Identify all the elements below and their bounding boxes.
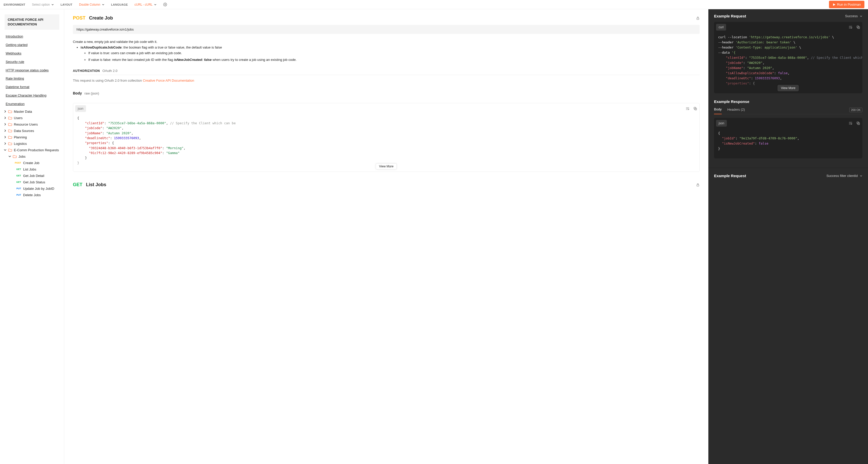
svg-rect-1 [697, 18, 699, 20]
body-code-block: json { "clientId": "75335ce7-b6be-4a5a-8… [73, 103, 700, 172]
wrap-icon[interactable] [848, 121, 852, 125]
request-item[interactable]: GETList Jobs [5, 166, 64, 173]
folder-name: Users [14, 116, 23, 120]
chevron-down-icon [51, 3, 54, 6]
curl-body[interactable]: curl --location 'https://gateway.creativ… [714, 33, 862, 93]
example-request-title: Example Request [714, 14, 746, 18]
nav-link[interactable]: Rate limiting [0, 75, 64, 83]
run-in-postman-button[interactable]: Run in Postman [829, 1, 865, 8]
chevron-right-icon [4, 110, 7, 113]
copy-icon[interactable] [693, 107, 697, 111]
nav-link[interactable]: Webhooks [0, 49, 64, 58]
example-select[interactable]: Success filter clientId [827, 174, 862, 178]
nav-link[interactable]: Security rule [0, 58, 64, 66]
request-name: Get Job Status [23, 180, 45, 184]
copy-icon[interactable] [856, 25, 860, 29]
request-item[interactable]: GETGet Job Detail [5, 173, 64, 179]
request-item[interactable]: PUTUpdate Job by JobID [5, 185, 64, 192]
folder-icon [8, 122, 12, 126]
folder-item[interactable]: Master Data [0, 108, 64, 115]
folder-name: E-Comm Production Requests [14, 148, 59, 152]
view-more-button[interactable]: View More [778, 85, 799, 91]
doc-content: POST Create Job https://gateway.creative… [64, 9, 708, 464]
folder-item[interactable]: Resource Users [0, 121, 64, 127]
chevron-right-icon [4, 129, 7, 132]
request-item[interactable]: GETGet Job Status [5, 179, 64, 185]
response-code-block: json { "jobId": "9e13a79f-dfd8-4709-8c76… [714, 118, 862, 158]
method-badge: GET [14, 181, 21, 183]
example-select[interactable]: Success [845, 14, 862, 18]
folder-name: Logistics [14, 142, 27, 146]
response-tab-body[interactable]: Body [714, 106, 722, 114]
lock-icon [696, 16, 700, 20]
json-body[interactable]: { "clientId": "75335ce7-b6be-4a5a-868a-0… [73, 114, 700, 172]
wrap-icon[interactable] [848, 25, 852, 29]
folder-name: Data Sources [14, 129, 34, 133]
example-request-title: Example Request [714, 174, 746, 178]
lang-dropdown[interactable]: cURL - cURL [134, 3, 157, 6]
auth-note: This request is using OAuth 2.0 from col… [73, 75, 700, 86]
nav-link[interactable]: Getting started [0, 41, 64, 49]
layout-dropdown[interactable]: Double Column [79, 3, 104, 6]
nav-link[interactable]: HTTP response status codes [0, 66, 64, 75]
request-item[interactable]: PUTDelete Jobs [5, 192, 64, 198]
chevron-right-icon [4, 136, 7, 139]
status-badge: 200 OK [849, 108, 862, 112]
wrap-icon[interactable] [685, 107, 690, 111]
gear-icon[interactable] [163, 3, 167, 6]
url-box[interactable]: https://gateway.creativeforce.io/v1/jobs [73, 25, 700, 34]
example-panel: Example Request Success curl curl --loca… [708, 9, 868, 464]
request-name: Update Job by JobID [23, 187, 54, 191]
folder-item[interactable]: Data Sources [0, 127, 64, 134]
folder-name: Jobs [19, 154, 25, 158]
nav-link[interactable]: Escape Character Handling [0, 91, 64, 100]
folder-item[interactable]: Logistics [0, 141, 64, 147]
copy-icon[interactable] [856, 121, 860, 125]
nav-link[interactable]: Enumeration [0, 100, 64, 108]
endpoint-title: List Jobs [86, 182, 106, 187]
request-name: Delete Jobs [23, 193, 41, 197]
nav-link[interactable]: Introduction [0, 32, 64, 41]
lang-label: LANGUAGE [111, 3, 128, 6]
code-lang-tab: json [716, 120, 727, 126]
view-more-button[interactable]: View More [376, 163, 397, 170]
chevron-down-icon [154, 3, 157, 6]
folder-item[interactable]: Users [0, 115, 64, 121]
chevron-right-icon [4, 142, 7, 145]
folder-name: Master Data [14, 110, 32, 114]
lock-icon [696, 183, 700, 187]
endpoint-list-jobs: GET List Jobs [73, 182, 700, 187]
env-dropdown[interactable]: Select option [32, 3, 54, 6]
folder-name: Planning [14, 135, 27, 139]
request-item[interactable]: POSTCreate Job [5, 160, 64, 166]
body-heading: Body [73, 91, 82, 95]
request-name: Get Job Detail [23, 174, 44, 178]
folder-item[interactable]: E-Comm Production Requests [0, 147, 64, 153]
endpoint-create-job: POST Create Job https://gateway.creative… [73, 16, 700, 172]
code-lang-tab: curl [716, 24, 726, 31]
folder-icon [8, 129, 12, 133]
chevron-right-icon [4, 123, 7, 126]
chevron-down-icon [860, 175, 862, 177]
auth-heading: AUTHORIZATION [73, 69, 100, 72]
svg-point-0 [165, 4, 166, 5]
nav-link[interactable]: Datetime format [0, 83, 64, 91]
response-tab-headers[interactable]: Headers (2) [727, 106, 745, 114]
method-badge: PUT [14, 187, 21, 190]
folder-icon [8, 116, 12, 120]
auth-collection-link[interactable]: Creative Force API Documentation [143, 79, 194, 82]
method-badge: POST [73, 16, 86, 21]
folder-icon [8, 142, 12, 145]
doc-title: CREATIVE FORCE API DOCUMENTATION [5, 14, 59, 30]
chevron-down-icon [8, 155, 11, 158]
method-badge: GET [14, 168, 21, 171]
folder-icon [8, 135, 12, 139]
response-json-body[interactable]: { "jobId": "9e13a79f-dfd8-4709-8c76-0000… [714, 129, 862, 158]
env-label: ENVIRONMENT [4, 3, 25, 6]
folder-icon [13, 154, 17, 158]
method-badge: PUT [14, 194, 21, 196]
folder-icon [8, 110, 12, 113]
folder-item[interactable]: Planning [0, 134, 64, 141]
request-name: List Jobs [23, 167, 36, 171]
folder-item[interactable]: Jobs [5, 153, 64, 160]
